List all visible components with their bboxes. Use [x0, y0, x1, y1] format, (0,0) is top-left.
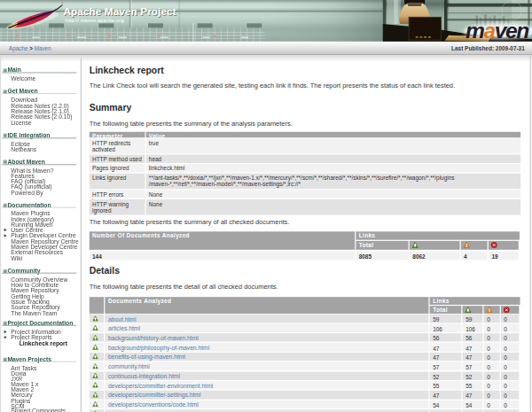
svg-text:Apache Maven Project: Apache Maven Project [63, 5, 176, 17]
svg-text:maven: maven [466, 19, 528, 42]
svg-text:http:// maven.apache.org: http:// maven.apache.org [65, 18, 124, 23]
